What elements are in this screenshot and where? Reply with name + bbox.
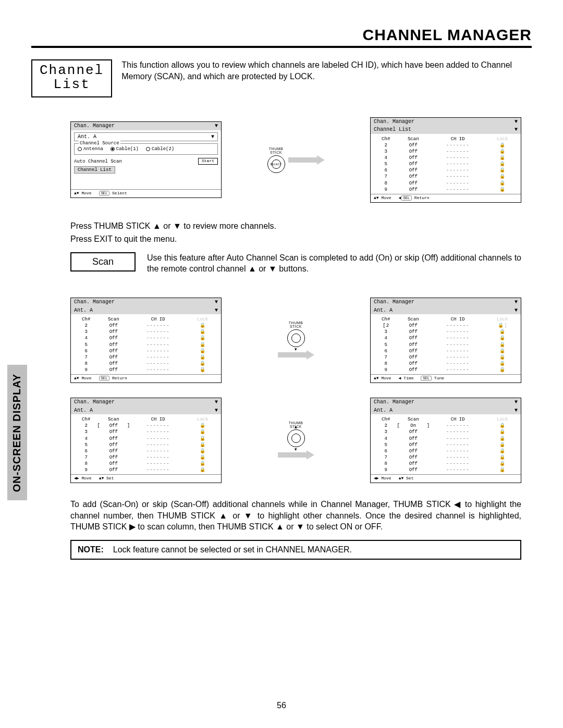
table-row: 2Off-------🔒 [74,423,218,429]
table-row: 6Off-------🔒 [74,348,218,354]
section-box-channel-list: Channel List [31,59,112,97]
table-row: 6Off-------🔒 [374,348,518,354]
panel-scan-c: Chan. Manager▼Ant. A▼Ch#ScanCH IDLock2Of… [70,298,222,383]
thumb-stick-diagram: THUMBSTICK ▲▼ [287,421,305,447]
scan-instructions: To add (Scan-On) or skip (Scan-Off) addi… [70,499,521,533]
arrow-down-icon: ▼ [293,447,298,452]
table-row: 7Off-------🔒 [374,354,518,361]
table-row: 2Off-------🔒 [74,323,218,329]
table-row: 6Off-------🔒 [374,448,518,454]
table-row: 8Off-------🔒 [374,180,518,187]
table-row: 6Off-------🔒 [374,167,518,174]
sel-key-icon: SEL [99,191,110,196]
dropdown-arrow-icon: ▼ [211,133,214,141]
table-row: 8Off-------🔒 [374,461,518,467]
ant-label: Ant. A [78,133,96,141]
thumb-stick-diagram: THUMBSTICK ▼ [287,321,305,347]
note-text: Lock feature cannot be selected or set i… [113,545,352,554]
start-button: Start [198,158,218,165]
sidebar-label: ON-SCREEN DISPLAY [11,373,23,491]
table-row: 8Off-------🔒 [374,361,518,367]
arrow-down-icon: ▼ [293,347,298,352]
table-row: 8Off-------🔒 [74,361,218,367]
dropdown-arrow-icon: ▼ [215,122,218,130]
table-row: 5Off-------🔒 [74,442,218,448]
table-row: 7Off-------🔒 [74,454,218,461]
table-row: 7Off-------🔒 [74,354,218,361]
title-rule [31,46,532,48]
table-row: 9Off-------🔒 [74,367,218,373]
table-row: 4Off-------🔒 [374,335,518,341]
box-line1: Channel [40,64,104,78]
panel-scan-e: Chan. Manager▼Ant. A▼Ch#ScanCH IDLock2Of… [70,398,222,483]
table-row: 5Off-------🔒 [374,342,518,348]
box-line2: List [40,78,104,92]
page-title: CHANNEL MANAGER [31,26,532,44]
panel-channel-list-table: Chan. Manager▼Channel List▼Ch#ScanCH IDL… [370,117,521,203]
table-row: 9Off-------🔒 [374,467,518,473]
svg-marker-0 [288,155,325,165]
table-row: 2Off-------🔒 [374,142,518,149]
channel-list-item-hl: Channel List [74,166,115,174]
page-number: 56 [0,701,563,710]
channel-table: Ch#ScanCH IDLock2Off-------🔒3Off-------🔒… [374,316,518,373]
table-row: 4Off-------🔒 [374,155,518,161]
footer-move: Move [81,191,91,195]
thumb-select-icon: SELECT [272,159,281,169]
scan-para: Use this feature after Auto Channel Scan… [147,252,521,275]
table-row: 3Off-------🔒 [74,429,218,435]
radio-cable1: Cable(1) [111,146,139,152]
table-row: 9Off-------🔒 [74,467,218,473]
panel-chan-manager-source: Chan. Manager▼ Ant. A▼ Channel Source An… [70,121,222,198]
fieldset-legend: Channel Source [79,140,120,146]
thumb-stick-diagram: THUMBSTICK SELECT [267,147,285,173]
table-row: 7Off-------🔒 [374,174,518,180]
radio-cable2: Cable(2) [146,146,174,152]
table-row: 4Off-------🔒 [374,436,518,442]
table-row: 9Off-------🔒 [374,367,518,373]
review-line1: Press THUMB STICK ▲ or ▼ to review more … [70,220,521,232]
table-row: 3Off-------🔒 [74,329,218,335]
note-label: NOTE: [78,545,104,554]
channel-table: Ch#ScanCH IDLock2On-------🔒3Off-------🔒4… [374,416,518,473]
footer-select: Select [112,191,127,195]
table-row: 7Off-------🔒 [374,454,518,461]
table-row: 6Off-------🔒 [74,448,218,454]
table-row: 5Off-------🔒 [74,342,218,348]
table-row: 3Off-------🔒 [374,429,518,435]
sidebar-tab: ON-SCREEN DISPLAY [7,365,27,500]
table-row: 3Off-------🔒 [374,329,518,335]
table-row: 2On-------🔒 [374,423,518,429]
panel-title: Chan. Manager [74,122,115,130]
arrow-up-icon: ▲ [293,425,298,429]
channel-table: Ch#ScanCH IDLock2Off-------🔒3Off-------🔒… [74,416,218,473]
table-row: 5Off-------🔒 [374,161,518,167]
auto-scan-label: Auto Channel Scan [74,158,122,165]
radio-antenna: Antenna [78,146,103,152]
table-row: 9Off-------🔒 [374,187,518,193]
table-row: 4Off-------🔒 [74,436,218,442]
review-line2: Press EXIT to quit the menu. [70,233,521,245]
flow-arrow-right-icon [288,155,325,165]
table-row: 4Off-------🔒 [74,335,218,341]
updown-icon: ▲▼ [74,191,79,195]
panel-scan-f: Chan. Manager▼Ant. A▼Ch#ScanCH IDLock2On… [370,398,521,483]
table-row: 8Off-------🔒 [74,461,218,467]
channel-table: Ch#ScanCH IDLock2Off-------🔒3Off-------🔒… [74,316,218,373]
channel-table: Ch#ScanCH IDLock2Off-------🔒3Off-------🔒… [374,136,518,193]
note-box: NOTE:Lock feature cannot be selected or … [70,540,521,560]
section-box-scan: Scan [70,252,136,272]
table-row: 3Off-------🔒 [374,149,518,155]
intro-text: This function allows you to review which… [121,59,532,82]
table-row: 5Off-------🔒 [374,442,518,448]
table-row: 2Off-------🔒 [374,323,518,329]
panel-scan-d: Chan. Manager▼Ant. A▼Ch#ScanCH IDLock2Of… [370,298,521,383]
